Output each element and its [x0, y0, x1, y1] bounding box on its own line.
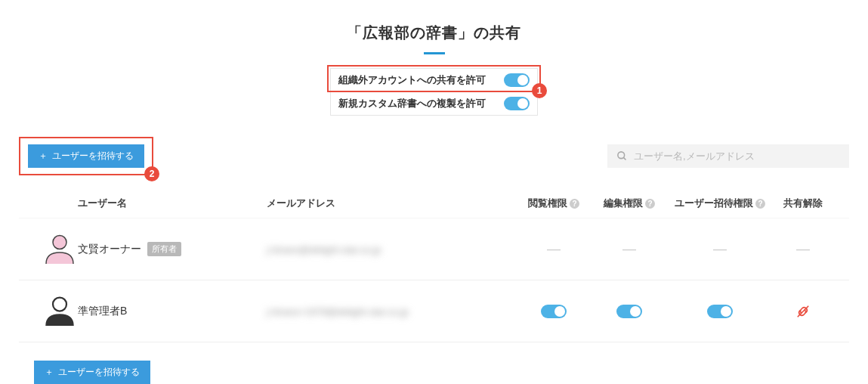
external-share-label: 組織外アカウントへの共有を許可 [338, 73, 486, 87]
invite-user-button[interactable]: ＋ ユーザーを招待する [28, 144, 144, 168]
search-input[interactable] [634, 150, 840, 162]
invite-user-button-bottom[interactable]: ＋ ユーザーを招待する [34, 361, 150, 384]
dash-icon: — [516, 241, 592, 257]
copy-dict-label: 新規カスタム辞書への複製を許可 [338, 97, 486, 110]
invite-permission-toggle[interactable] [707, 305, 733, 318]
table-row: 準管理者B j-hirano+1978@delight-star.co.jp [19, 280, 849, 342]
plus-icon: ＋ [45, 366, 54, 379]
dash-icon: — [796, 241, 810, 256]
user-name: 準管理者B [78, 305, 127, 318]
unshare-button[interactable] [773, 305, 833, 318]
col-header-name: ユーザー名 [78, 197, 267, 210]
edit-permission-toggle[interactable] [616, 305, 642, 318]
user-name: 文賢オーナー [78, 243, 141, 256]
plus-icon: ＋ [39, 150, 48, 163]
share-settings-panel: 組織外アカウントへの共有を許可 新規カスタム辞書への複製を許可 1 [330, 68, 538, 116]
avatar [42, 318, 78, 330]
title-underline [424, 52, 445, 54]
user-email: j-hirano+1978@delight-star.co.jp [267, 306, 409, 317]
user-email: j-hirano@delight-star.co.jp [267, 244, 381, 255]
avatar [42, 256, 78, 268]
copy-dict-toggle[interactable] [504, 97, 530, 110]
dash-icon: — [667, 241, 773, 257]
table-row: 文賢オーナー 所有者 j-hirano@delight-star.co.jp —… [19, 218, 849, 280]
callout-badge-2: 2 [144, 166, 159, 181]
search-icon [616, 150, 628, 162]
view-permission-toggle[interactable] [541, 305, 567, 318]
svg-point-2 [53, 236, 66, 249]
search-box[interactable] [607, 144, 849, 168]
invite-user-label: ユーザーを招待する [58, 366, 140, 379]
help-icon[interactable]: ? [755, 199, 765, 209]
dash-icon: — [592, 241, 667, 257]
svg-point-0 [618, 152, 625, 159]
page-title: 「広報部の辞書」の共有 [19, 23, 849, 43]
invite-user-label: ユーザーを招待する [52, 150, 134, 163]
owner-badge: 所有者 [147, 242, 181, 256]
external-share-toggle[interactable] [504, 73, 530, 87]
users-table: ユーザー名 メールアドレス 閲覧権限? 編集権限? ユーザー招待権限? 共有解除… [19, 189, 849, 342]
help-icon[interactable]: ? [645, 199, 655, 209]
col-header-invite: ユーザー招待権限 [675, 197, 753, 210]
col-header-unshare: 共有解除 [773, 197, 833, 210]
col-header-edit: 編集権限 [604, 197, 643, 210]
help-icon[interactable]: ? [570, 199, 579, 209]
svg-line-1 [623, 157, 626, 159]
col-header-email: メールアドレス [267, 197, 516, 210]
col-header-view: 閲覧権限 [528, 197, 567, 210]
svg-point-3 [53, 298, 66, 311]
